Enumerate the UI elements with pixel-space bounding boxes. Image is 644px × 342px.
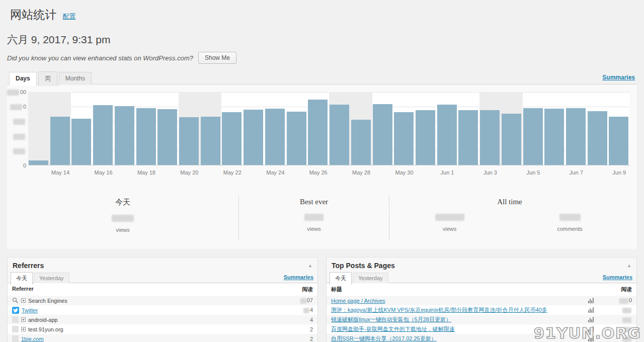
mini-bar-chart-icon[interactable] <box>588 298 594 303</box>
censored-value <box>622 308 631 313</box>
chart-day-slot <box>372 92 394 165</box>
chart-day-slot <box>200 92 222 165</box>
chart-bar[interactable] <box>265 109 285 165</box>
top-posts-tab[interactable]: 今天 <box>330 272 352 285</box>
chart-day-slot <box>71 92 93 165</box>
chart-bar[interactable] <box>308 100 328 165</box>
censored-value <box>619 298 628 304</box>
promo-text: Did you know you can view enhanced stats… <box>7 54 193 62</box>
chart-bar[interactable] <box>136 108 156 165</box>
chart-bar[interactable] <box>115 106 134 165</box>
table-row: +android-app4 <box>8 315 317 324</box>
chart-bar[interactable] <box>373 104 392 165</box>
referrer-label: android-app <box>28 317 58 323</box>
referrer-label: Search Engines <box>28 298 67 304</box>
referrers-tab[interactable]: 今天 <box>11 272 33 285</box>
expand-toggle[interactable]: + <box>21 327 26 331</box>
top-posts-summaries-link[interactable]: Summaries <box>603 274 632 280</box>
chart-day-slot <box>351 92 372 165</box>
chart-tab-days[interactable]: Days <box>9 72 37 86</box>
chart-tab-周[interactable]: 周 <box>38 71 57 86</box>
x-tick-label <box>28 168 50 176</box>
chart-bar[interactable] <box>480 110 500 165</box>
referrer-cell: Twitter <box>12 307 38 314</box>
censored-value <box>622 317 631 323</box>
chart-summaries-link[interactable]: Summaries <box>602 74 635 81</box>
chart-bar[interactable] <box>588 111 607 165</box>
referrer-cell: +test.91yun.org <box>12 326 63 332</box>
referrer-link[interactable]: Twitter <box>22 307 38 313</box>
censored-value <box>112 215 134 222</box>
chart-bar[interactable] <box>50 117 70 165</box>
chart-bar[interactable] <box>71 119 91 165</box>
chart-bar[interactable] <box>244 110 263 165</box>
chart-bar[interactable] <box>458 110 478 165</box>
referrer-cell: +Search Engines <box>12 297 67 304</box>
chart-bar[interactable] <box>416 110 435 165</box>
show-me-button[interactable]: Show Me <box>198 52 236 64</box>
chart-bar[interactable] <box>437 105 457 165</box>
collapse-arrow-icon[interactable]: ▲ <box>627 263 631 268</box>
table-row: 测评：kagoya/新上线KVM VPS/东京equinix机房/部分段教育网直… <box>327 305 636 315</box>
chart-bar[interactable] <box>609 117 628 165</box>
chart-bar[interactable] <box>201 117 220 165</box>
chart-tab-bar: Days周Months Summaries <box>7 71 637 84</box>
expand-toggle[interactable]: + <box>21 317 26 322</box>
chart-bar[interactable] <box>157 109 177 165</box>
views-column-label: 阅读 <box>621 286 632 293</box>
chart-bar[interactable] <box>179 117 199 165</box>
post-link[interactable]: 百度网盘助手-获取网盘文件的下载地址，破解限速 <box>331 325 455 333</box>
post-link[interactable]: 自用SSR一键脚本分享（2017.02.25更新） <box>331 335 437 342</box>
post-title-cell: 测评：kagoya/新上线KVM VPS/东京equinix机房/部分段教育网直… <box>331 306 547 314</box>
chart-bar[interactable] <box>29 160 48 165</box>
x-tick-label: May 26 <box>307 168 329 176</box>
chart-bar[interactable] <box>287 112 306 165</box>
views-value: 4 <box>303 307 313 313</box>
chart-bar[interactable] <box>330 105 349 165</box>
search-icon <box>12 297 19 304</box>
x-tick-label <box>372 168 394 176</box>
x-tick-label: Jun 1 <box>437 168 458 176</box>
referrer-link[interactable]: 1bie.com <box>21 336 44 342</box>
referrers-tab[interactable]: Yesterday <box>34 273 69 283</box>
chart-y-axis: 0000 <box>7 92 26 165</box>
chart-bar[interactable] <box>523 108 543 165</box>
chart-day-slot <box>608 92 630 165</box>
chart-day-slot <box>393 92 415 165</box>
chart-bar[interactable] <box>222 112 242 165</box>
mini-bar-chart-icon[interactable] <box>588 317 594 322</box>
post-link[interactable]: 锐速破解版linux一键自动安装包（5月28日更新） <box>331 316 451 323</box>
table-row: 1bie.com2 <box>8 334 317 342</box>
mini-bar-chart-icon[interactable] <box>588 307 594 313</box>
censored-value <box>303 308 309 313</box>
referrers-summaries-link[interactable]: Summaries <box>284 274 313 280</box>
post-link[interactable]: Home page / Archives <box>331 298 385 304</box>
chart-day-slot <box>93 92 114 165</box>
chart-tab-months[interactable]: Months <box>59 72 92 85</box>
x-tick-label <box>114 168 136 176</box>
post-stats-cell <box>588 316 632 323</box>
y-tick-label: 0 <box>7 162 26 168</box>
collapse-arrow-icon[interactable]: ▲ <box>308 263 312 268</box>
chart-day-slot <box>179 92 200 165</box>
censored-value <box>300 298 306 304</box>
chart-day-slot <box>329 92 351 165</box>
summary-best-ever-label: Best ever <box>239 198 389 206</box>
summary-today: 今天 views <box>7 196 238 240</box>
chart-bar[interactable] <box>544 109 564 165</box>
chart-bar[interactable] <box>351 120 371 165</box>
chart-bar[interactable] <box>566 108 586 165</box>
x-tick-label: May 14 <box>50 168 71 176</box>
referrer-column-label: Referrer <box>12 286 34 293</box>
x-tick-label <box>329 168 351 176</box>
x-tick-label: May 28 <box>351 168 372 176</box>
views-value: 2 <box>310 336 313 342</box>
post-link[interactable]: 测评：kagoya/新上线KVM VPS/东京equinix机房/部分段教育网直… <box>331 306 547 314</box>
chart-bar[interactable] <box>93 105 113 165</box>
chart-bar[interactable] <box>502 114 521 165</box>
top-posts-tab[interactable]: Yesterday <box>353 273 388 283</box>
expand-toggle[interactable]: + <box>21 298 26 303</box>
configure-link[interactable]: 配置 <box>62 13 75 20</box>
chart-bar[interactable] <box>394 112 414 165</box>
summary-all-time-label: All time <box>389 198 630 206</box>
